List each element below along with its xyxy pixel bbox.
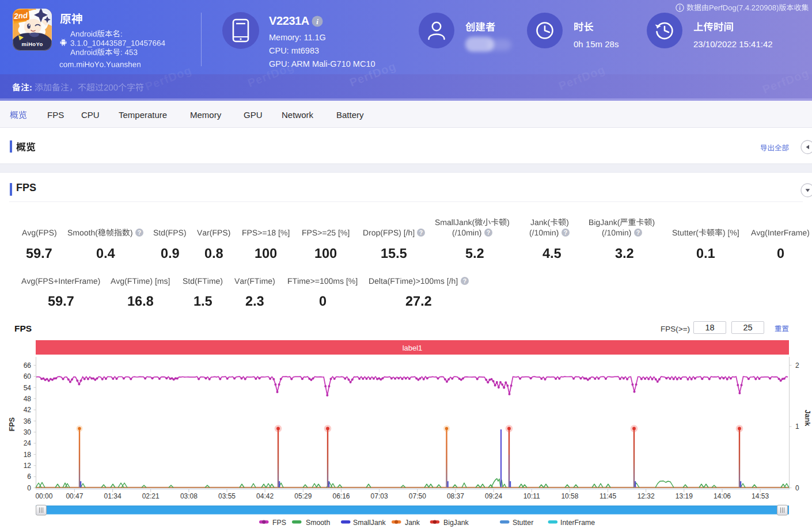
svg-text:02:21: 02:21 [142,492,160,500]
svg-text:60: 60 [24,372,32,380]
svg-text:14:53: 14:53 [752,492,769,500]
svg-text:00:47: 00:47 [66,492,83,500]
svg-text:36: 36 [24,417,32,425]
svg-text:04:42: 04:42 [256,492,274,500]
svg-text:FPS: FPS [272,519,286,527]
svg-text:12: 12 [24,462,32,470]
svg-text:05:29: 05:29 [294,492,312,500]
svg-text:label1: label1 [403,344,423,352]
svg-text:54: 54 [24,384,32,392]
svg-text:0: 0 [27,484,31,492]
svg-text:30: 30 [24,428,32,436]
svg-text:6: 6 [27,473,31,481]
svg-text:01:34: 01:34 [104,492,122,500]
svg-text:03:55: 03:55 [218,492,236,500]
svg-text:BigJank: BigJank [443,519,469,527]
svg-text:2: 2 [795,361,799,370]
svg-text:12:32: 12:32 [638,492,655,500]
svg-text:06:16: 06:16 [332,492,350,500]
svg-text:1: 1 [795,423,799,431]
svg-text:0: 0 [795,484,799,492]
svg-text:09:24: 09:24 [485,492,502,500]
svg-text:18: 18 [24,451,32,459]
svg-text:SmallJank: SmallJank [353,519,386,527]
svg-text:13:19: 13:19 [676,492,693,500]
svg-text:24: 24 [24,439,32,447]
svg-text:00:00: 00:00 [35,492,52,500]
svg-text:Smooth: Smooth [306,519,331,527]
svg-text:14:06: 14:06 [714,492,731,500]
svg-text:Jank: Jank [405,519,420,527]
svg-text:Stutter: Stutter [513,519,533,527]
svg-text:03:08: 03:08 [180,492,198,500]
svg-text:48: 48 [24,395,32,403]
svg-text:66: 66 [24,361,32,370]
svg-text:InterFrame: InterFrame [560,519,595,527]
svg-text:08:37: 08:37 [447,492,464,500]
svg-text:10:11: 10:11 [523,492,540,500]
svg-text:42: 42 [24,406,32,414]
svg-text:Jank: Jank [803,410,811,427]
svg-text:07:50: 07:50 [409,492,426,500]
svg-text:11:45: 11:45 [599,492,616,500]
svg-text:10:58: 10:58 [561,492,578,500]
svg-text:07:03: 07:03 [371,492,388,500]
svg-text:FPS: FPS [8,417,16,431]
